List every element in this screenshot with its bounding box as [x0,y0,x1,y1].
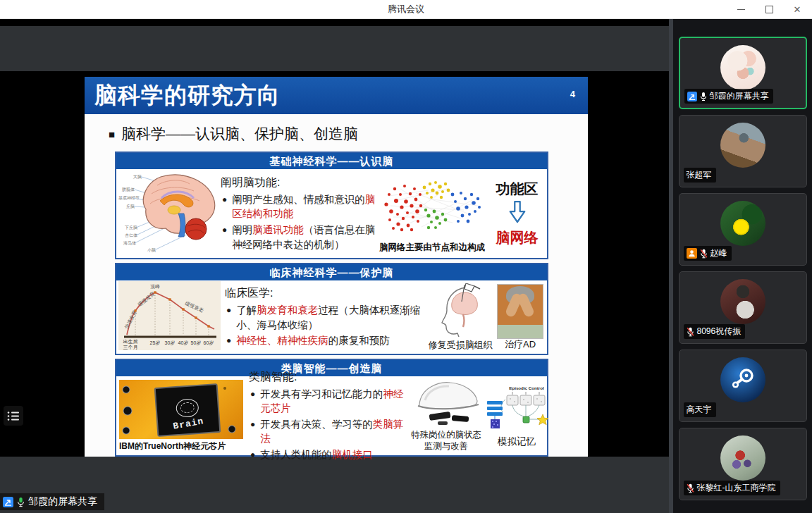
microphone-on-icon [700,92,707,101]
minimize-button[interactable] [732,2,750,18]
section-2-text: 临床医学: ● 了解脑发育和衰老过程（大脑体积逐渐缩小、海马体收缩） ● 神经性… [225,286,428,348]
chip-caption: IBM的TrueNorth神经元芯片 [119,440,247,452]
svg-text:出生后: 出生后 [123,339,137,345]
participants-sidebar: 邹霞的屏幕共享 张超军 赵峰 [673,19,812,513]
truenorth-chip-figure: Brain IBM的TrueNorth神经元芯片 [116,380,247,452]
svg-text:胼胝体: 胼胝体 [121,187,135,192]
maximize-button[interactable] [760,2,778,18]
participant-tile-sharer[interactable]: 邹霞的屏幕共享 [679,37,807,109]
avatar [720,279,765,324]
brain-diagram: 大脑 胼胝体 基底神经节 丘脑 下丘脑 杏仁体 海马体 小脑 [116,170,219,257]
steam-logo [729,366,757,394]
slide-title-banner: 脑科学的研究方向 4 [85,77,588,114]
svg-text:大脑: 大脑 [133,174,142,179]
svg-text:Episodic Control: Episodic Control [509,385,544,390]
screen-share-icon [3,497,13,507]
elderly-photo [497,284,543,339]
avatar [720,123,765,168]
brain-doodle-icon [176,397,199,417]
letterbox-top [0,26,669,71]
slide-table: 基础神经科学——认识脑 大脑 胼胝体 基底神经节 丘脑 下丘脑 杏仁体 [115,152,548,457]
svg-text:40岁: 40岁 [178,340,188,346]
function-flow: 功能区 脑网络 [487,180,547,247]
svg-text:顶峰: 顶峰 [150,284,160,290]
microphone-muted-icon [700,249,708,259]
participant-name: 张超军 [687,169,712,181]
section-1-header: 基础神经科学——认识脑 [116,153,547,169]
participant-name: 张黎红-山东工商学院 [697,482,776,494]
down-arrow-icon [508,200,527,224]
section-3-text: 类脑智能: ● 开发具有学习和记忆能力的神经元芯片 ● 开发具有决策、学习等的类… [249,370,408,462]
avatar [720,357,765,402]
svg-text:下丘脑: 下丘脑 [125,225,137,230]
section-basic-neuroscience: 基础神经科学——认识脑 大脑 胼胝体 基底神经节 丘脑 下丘脑 杏仁体 [115,152,548,259]
svg-text:杏仁体: 杏仁体 [125,233,137,237]
participant-tile[interactable]: 8096祝传振 [679,271,807,344]
participant-tile[interactable]: 张超军 [679,115,807,187]
screen-share-banner: 邹霞的屏幕共享 [0,493,104,510]
section-brain-inspired-ai: 类脑智能——创造脑 Brain IBM的TrueNorth神经元芯片 [115,359,548,457]
slide-page-number: 4 [570,89,575,99]
window-titlebar: 腾讯会议 ✕ [0,0,812,19]
minimize-icon [737,9,745,11]
helmet-caption-line2: 监测与改善 [408,441,484,452]
host-icon [687,248,697,259]
episodic-caption: 模拟记忆 [484,436,549,448]
avatar [720,201,765,246]
network-caption: 脑网络主要由节点和边构成 [377,242,487,253]
brain-chip: Brain [154,383,221,436]
brain-repair-figure: 修复受损脑组织 [428,283,493,351]
close-button[interactable]: ✕ [788,2,806,18]
screen-share-icon [687,92,697,101]
participant-tile[interactable]: 赵峰 [679,193,807,266]
avatar [720,45,765,90]
participant-tile[interactable]: 张黎红-山东工商学院 [679,428,807,500]
svg-text:50岁: 50岁 [190,340,201,346]
presentation-slide: 脑科学的研究方向 4 ■ 脑科学——认识脑、保护脑、创造脑 基础神经科学——认识… [85,77,588,457]
ad-caption: 治疗AD [493,339,548,350]
maximize-icon [765,6,773,13]
svg-text:30岁: 30岁 [164,340,175,346]
development-curve-chart: 顶峰 快速发育 缓慢发育 缓慢衰老 出生后 三个月 25岁 30岁 [116,281,222,353]
svg-text:小脑: 小脑 [147,247,156,252]
participant-tile[interactable]: 高天宇 [679,350,807,422]
shared-screen-stage: 脑科学的研究方向 4 ■ 脑科学——认识脑、保护脑、创造脑 基础神经科学——认识… [0,19,669,513]
svg-text:基底神经节: 基底神经节 [118,195,140,200]
close-icon: ✕ [794,4,801,15]
smart-helmet-figure: 特殊岗位的脑状态 监测与改善 [408,379,484,452]
section-1-text: 阐明脑功能: ● 阐明产生感知、情感和意识的脑区结构和功能 ● 阐明脑通讯功能（… [221,175,377,252]
svg-text:60岁: 60岁 [203,340,214,346]
list-icon [7,411,20,421]
repair-caption: 修复受损脑组织 [428,340,493,351]
svg-text:三个月: 三个月 [123,345,137,350]
svg-text:丘脑: 丘脑 [126,204,135,209]
window-title: 腾讯会议 [388,3,424,16]
svg-text:25岁: 25岁 [149,340,160,346]
avatar [720,435,765,481]
microphone-on-icon [17,497,25,507]
brain-network-figure: 脑网络主要由节点和边构成 [377,175,487,253]
helmet-caption-line1: 特殊岗位的脑状态 [408,430,484,441]
square-bullet-icon: ■ [109,128,115,140]
share-banner-label: 邹霞的屏幕共享 [28,495,97,508]
slide-title: 脑科学的研究方向 [85,77,588,114]
slide-heading: ■ 脑科学——认识脑、保护脑、创造脑 [109,124,588,144]
microphone-muted-icon [687,327,694,337]
section-clinical-neuroscience: 临床神经科学——保护脑 [115,263,548,355]
episodic-control-figure: Episodic Control [484,384,549,448]
circuit-board-image: Brain [119,380,243,439]
participant-name: 赵峰 [710,247,727,259]
microphone-muted-icon [687,483,694,493]
meeting-detail-button[interactable] [4,406,23,426]
section-2-header: 临床神经科学——保护脑 [116,264,547,280]
svg-text:海马体: 海马体 [123,241,136,245]
alzheimer-photo: 治疗AD [493,284,548,350]
participant-name: 高天宇 [687,404,712,416]
participant-name: 邹霞的屏幕共享 [710,90,769,102]
participant-name: 8096祝传振 [697,326,742,338]
